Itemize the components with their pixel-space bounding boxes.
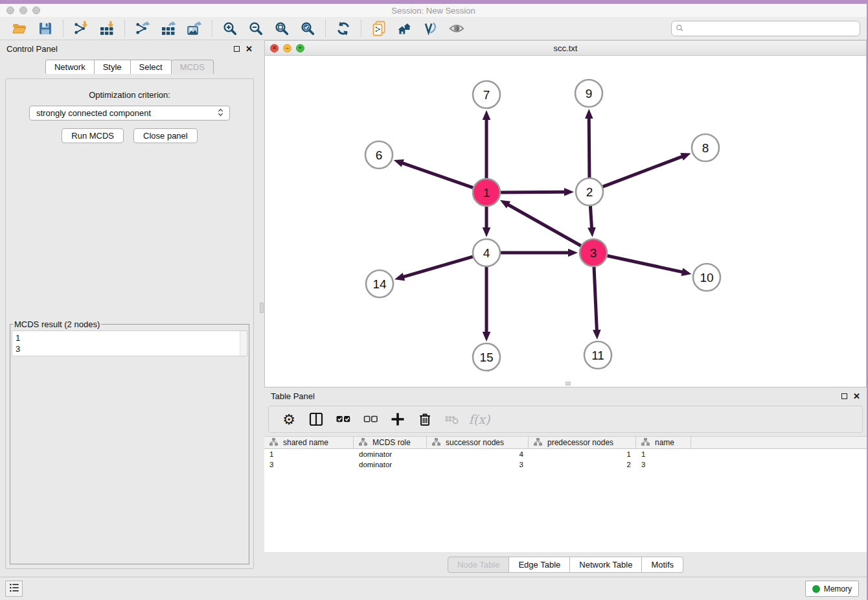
table-tabs-strip: Node TableEdge TableNetwork TableMotifs (264, 552, 867, 577)
columns-icon[interactable] (307, 411, 325, 428)
canvas-resize-grip[interactable] (565, 382, 571, 386)
memory-button[interactable]: Memory (805, 581, 859, 597)
mcds-result-list[interactable]: 13 (12, 330, 247, 356)
splitter-grip[interactable] (260, 303, 264, 313)
graph-edge-1-6[interactable] (402, 163, 473, 188)
table-cell[interactable]: 3 (427, 461, 529, 468)
import-table-icon[interactable] (98, 20, 116, 37)
result-scrollbar[interactable] (240, 331, 247, 356)
tab-network[interactable]: Network (45, 60, 95, 74)
import-network-icon[interactable] (72, 20, 90, 37)
zoom-fit-icon[interactable] (273, 20, 291, 37)
column-header-successor-nodes[interactable]: successor nodes (427, 437, 529, 448)
zoom-in-icon[interactable] (221, 20, 239, 37)
float-table-panel-icon[interactable] (841, 393, 847, 399)
column-header-name[interactable]: name (636, 437, 691, 448)
home-icon[interactable] (396, 20, 414, 37)
graph-node-label: 10 (700, 271, 713, 284)
table-row[interactable]: 3dominator323 (264, 459, 867, 470)
graph-edge-3-1[interactable] (507, 204, 581, 246)
hierarchy-icon (432, 438, 440, 448)
criterion-select[interactable]: strongly connected component (29, 106, 230, 121)
hierarchy-icon (641, 438, 650, 448)
table-cell[interactable]: 2 (529, 461, 636, 468)
export-network-icon[interactable] (133, 20, 152, 37)
zoom-out-icon[interactable] (247, 20, 265, 37)
table-cell[interactable]: 4 (427, 450, 529, 458)
status-bar: Memory (0, 577, 867, 600)
close-network-icon[interactable]: ✕ (270, 44, 279, 52)
task-history-button[interactable] (5, 581, 23, 597)
open-session-icon[interactable] (10, 20, 29, 37)
search-input[interactable] (671, 21, 860, 36)
mcds-result-line: 3 (16, 343, 244, 354)
maximize-network-icon[interactable]: + (296, 44, 304, 52)
hierarchy-icon (359, 438, 367, 448)
graph-edge-2-8[interactable] (603, 156, 683, 187)
network-graph[interactable]: 7968124314101511 (265, 56, 866, 386)
close-panel-button[interactable]: Close panel (133, 128, 198, 143)
toolbar-search (671, 21, 860, 36)
table-cell[interactable]: dominator (354, 461, 427, 468)
duplicate-network-icon[interactable] (370, 20, 388, 37)
zoom-selected-icon[interactable] (299, 20, 317, 37)
function-builder-icon: f(x) (470, 411, 488, 428)
table-panel: Table Panel ✕ ⚙ f(x) shared nameMCDS rol… (264, 387, 867, 577)
graph-edge-1-2[interactable] (501, 192, 565, 192)
graph-edge-2-3[interactable] (590, 206, 591, 229)
tab-select[interactable]: Select (131, 60, 172, 74)
refresh-icon[interactable] (334, 20, 352, 37)
search-icon (676, 24, 686, 37)
add-row-icon[interactable] (389, 411, 407, 428)
run-mcds-button[interactable]: Run MCDS (62, 128, 124, 143)
delete-row-icon[interactable] (416, 411, 434, 428)
graph-edge-arrow (483, 110, 491, 120)
table-cell[interactable]: dominator (354, 450, 427, 458)
select-all-icon[interactable] (334, 411, 352, 428)
graph-edge-2-9[interactable] (589, 117, 589, 178)
table-cell[interactable]: 3 (264, 461, 354, 468)
graph-edge-arrow (593, 330, 601, 340)
graph-edge-3-11[interactable] (594, 267, 597, 331)
unselect-all-icon[interactable] (361, 411, 380, 428)
tab-style[interactable]: Style (95, 60, 131, 74)
table-cell[interactable]: 1 (636, 450, 691, 458)
graph-node-label: 15 (479, 351, 493, 364)
graph-edge-3-10[interactable] (608, 256, 683, 272)
graph-node-label: 8 (702, 141, 709, 155)
table-cell[interactable]: 1 (529, 450, 636, 458)
column-header-predecessor-nodes[interactable]: predecessor nodes (529, 437, 636, 448)
toolbar-separator (212, 20, 212, 37)
gear-icon[interactable]: ⚙ (280, 411, 298, 428)
table-row[interactable]: 1dominator411 (264, 449, 867, 459)
hierarchy-icon (269, 438, 278, 448)
float-panel-icon[interactable] (234, 46, 240, 52)
graph-edge-4-14[interactable] (403, 257, 473, 277)
panel-splitter[interactable] (259, 40, 264, 577)
tab-motifs[interactable]: Motifs (642, 557, 683, 573)
tab-network-table[interactable]: Network Table (570, 557, 642, 573)
save-session-icon[interactable] (36, 20, 54, 37)
table-cell[interactable]: 3 (636, 461, 691, 468)
style-icon[interactable] (422, 20, 440, 37)
network-canvas[interactable]: 7968124314101511 (264, 56, 867, 387)
tab-mcds[interactable]: MCDS (172, 60, 214, 74)
close-table-panel-icon[interactable]: ✕ (853, 393, 860, 399)
export-table-icon[interactable] (159, 20, 177, 37)
minimize-network-icon[interactable]: – (283, 44, 291, 52)
control-panel: Control Panel ✕ NetworkStyleSelectMCDS O… (0, 40, 259, 577)
close-panel-icon[interactable]: ✕ (246, 46, 253, 52)
list-icon (8, 582, 20, 596)
memory-status-dot (812, 585, 820, 593)
node-table: shared nameMCDS rolesuccessor nodesprede… (264, 436, 867, 552)
column-header-shared-name[interactable]: shared name (264, 437, 354, 448)
export-image-icon[interactable] (185, 20, 203, 37)
column-label: predecessor nodes (547, 438, 613, 447)
show-hide-icon[interactable] (448, 20, 466, 37)
table-cell[interactable]: 1 (264, 450, 354, 458)
column-header-MCDS-role[interactable]: MCDS role (354, 437, 427, 448)
tab-node-table[interactable]: Node Table (448, 557, 510, 573)
graph-node-label: 11 (591, 349, 604, 362)
app-window: Session: New Session (0, 0, 868, 600)
tab-edge-table[interactable]: Edge Table (509, 557, 570, 573)
